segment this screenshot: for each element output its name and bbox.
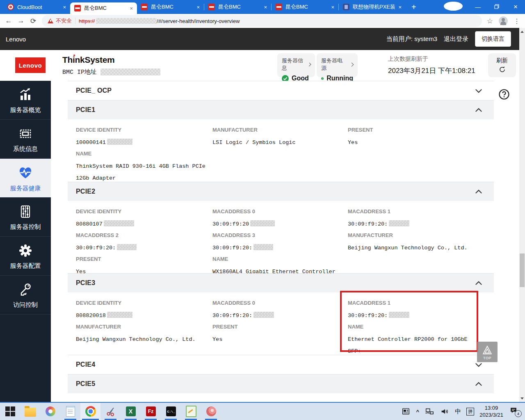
field-value: 30:09:f9:20: [212, 313, 252, 319]
taskbar-snipping-tool[interactable] [100, 403, 121, 420]
chevron-up-icon[interactable] [475, 189, 482, 194]
refresh-button[interactable]: 刷新 [488, 53, 516, 77]
sidebar-item-server-config[interactable]: 服务器配置 [0, 237, 51, 276]
url-field[interactable]: 不安全 https:// /#/server-health/inventory-… [42, 15, 482, 27]
filezilla-icon: Fz [146, 406, 156, 416]
tab-close-icon[interactable]: × [196, 4, 200, 10]
taskbar-cmd[interactable]: C:\_ [161, 403, 181, 420]
browser-tab-bmc-4[interactable]: 昆仑BMC × [272, 0, 338, 14]
field-value: 30:09:f9:20: [348, 313, 388, 319]
taskbar-excel[interactable]: X [121, 403, 141, 420]
page-scrollbar[interactable] [519, 28, 525, 402]
redacted-value [117, 244, 137, 250]
tab-close-icon[interactable]: × [130, 5, 133, 11]
not-secure-label[interactable]: 不安全 [56, 17, 72, 25]
chevron-down-icon[interactable] [475, 363, 482, 367]
field-label: MACADDRESS 0 [212, 300, 344, 306]
browser-tab-bmc-active[interactable]: 昆仑BMC × [70, 2, 137, 14]
browser-tab-bmc-3[interactable]: 昆仑BMC × [204, 0, 271, 14]
tab-close-icon[interactable]: × [264, 4, 267, 10]
browser-tab-pxe[interactable]: 联想物理机PXE装机 × [339, 0, 406, 14]
back-to-top-button[interactable]: TOP [477, 342, 498, 362]
sidebar-item-server-control[interactable]: 服务器控制 [0, 198, 51, 237]
taskbar-notepad[interactable] [60, 403, 80, 420]
hidden-icons-chevron[interactable]: ^ [416, 409, 420, 415]
tab-close-icon[interactable]: × [63, 4, 66, 10]
chevron-up-icon[interactable] [475, 108, 482, 112]
section-header-pcie3[interactable]: PCIE3 [68, 273, 494, 292]
back-button[interactable]: ← [2, 17, 15, 25]
server-info-card[interactable]: 服务器信息 Good [277, 53, 315, 77]
close-window-button[interactable]: × [506, 3, 525, 11]
pcie3-macaddress1-column: MACADDRESS 1 30:09:f9:20: NAME Ethernet … [348, 299, 486, 359]
profile-avatar[interactable] [499, 16, 508, 25]
start-button[interactable] [0, 403, 20, 420]
sidebar-item-access-control[interactable]: 访问控制 [0, 276, 51, 315]
browser-tab-cloudboot[interactable]: CloudBoot × [3, 0, 70, 14]
section-header-pcie4[interactable]: PCIE4 [68, 355, 494, 374]
sidebar-item-server-health[interactable]: 服务器健康 [0, 159, 51, 198]
section-title: PCIE_ OCP [76, 87, 112, 94]
tab-close-icon[interactable]: × [331, 4, 334, 10]
browser-tab-bmc-2[interactable]: 昆仑BMC × [137, 0, 204, 14]
taskbar-notepad-plus[interactable] [181, 403, 201, 420]
taskbar-filezilla[interactable]: Fz [141, 403, 161, 420]
field-label: NAME [76, 151, 208, 157]
ime-pinyin-indicator[interactable]: 拼 [466, 408, 474, 415]
network-icon[interactable] [425, 407, 434, 416]
section-body-pcie2: DEVICE IDENTITY 80880107 MACADDRESS 2 30… [68, 201, 494, 273]
tab-close-icon[interactable]: × [398, 4, 402, 10]
field-value: Yes [348, 137, 473, 148]
bookmark-star-icon[interactable]: ☆ [487, 17, 493, 25]
speaker-icon[interactable] [440, 407, 450, 416]
section-header-pcie2[interactable]: PCIE2 [68, 182, 494, 201]
taskbar-chrome[interactable] [80, 403, 100, 420]
card-title: 服务器信息 [282, 57, 305, 72]
redacted-value [253, 244, 273, 250]
new-tab-button[interactable]: + [411, 2, 416, 12]
taskbar-file-explorer[interactable] [20, 403, 40, 420]
server-power-card[interactable]: 服务器电源 Running [317, 53, 358, 77]
scroll-down-arrow[interactable] [519, 395, 525, 401]
section-title: PCIE3 [76, 279, 95, 287]
section-header-pcie1[interactable]: PCIE1 [68, 100, 494, 119]
help-button[interactable] [498, 89, 510, 102]
restore-button[interactable] [487, 4, 506, 10]
field-value: LSI Logic / Symbios Logic [212, 137, 344, 148]
scroll-up-arrow[interactable] [519, 29, 525, 34]
section-title: PCIE1 [76, 106, 95, 114]
forward-button[interactable]: → [15, 17, 27, 25]
chevron-up-icon[interactable] [475, 281, 482, 285]
logout-link[interactable]: 退出登录 [444, 35, 468, 43]
minimize-button[interactable]: — [468, 4, 487, 10]
taskbar-paint[interactable] [40, 403, 60, 420]
chevron-down-icon[interactable] [475, 89, 482, 93]
switch-language-button[interactable]: 切换语言 [475, 31, 511, 47]
scrollbar-thumb[interactable] [520, 253, 525, 287]
browser-addressbar: ← → ⟳ 不安全 https:// /#/server-health/inve… [0, 14, 525, 28]
sidebar-item-system-info[interactable]: 系统信息 [0, 120, 51, 159]
news-feed-icon[interactable] [401, 407, 411, 416]
window-controls: ▾ — × [444, 0, 525, 14]
section-body-pcie5: DEVICE IDENTITY MACADDRESS 0 MACADDRESS … [68, 393, 494, 403]
field-label: MACADDRESS 2 [76, 232, 208, 238]
section-header-pcie-ocp[interactable]: PCIE_ OCP [68, 81, 494, 100]
chevron-up-icon[interactable] [475, 382, 482, 386]
ime-language-indicator[interactable]: 中 [455, 408, 461, 415]
sidebar-item-server-overview[interactable]: 服务器概览 [0, 81, 51, 120]
field-value: Yes [212, 333, 344, 345]
taskbar-clock[interactable]: 13:09 2023/3/21 [479, 404, 503, 418]
field-value: ThinkSystem RAID 930-16i 4GB Flash PCIe … [76, 160, 208, 184]
redacted-value [253, 312, 274, 318]
excel-icon: X [126, 406, 136, 416]
field-label: MANUFACTURER [348, 232, 473, 238]
taskbar-shell-app[interactable] [201, 403, 221, 420]
reload-button[interactable]: ⟳ [27, 17, 39, 25]
security-warning-icon[interactable] [48, 18, 53, 23]
app-header: Lenovo ThinkSystem BMC IP地址 服务器信息 Good 服… [0, 50, 525, 81]
browser-menu-icon[interactable]: ⋮ [514, 17, 520, 25]
tab-search-icon[interactable]: ▾ [444, 2, 463, 11]
notification-center-button[interactable]: 4 [509, 406, 521, 417]
section-header-pcie5[interactable]: PCIE5 [68, 374, 494, 393]
redacted-value [107, 139, 132, 145]
